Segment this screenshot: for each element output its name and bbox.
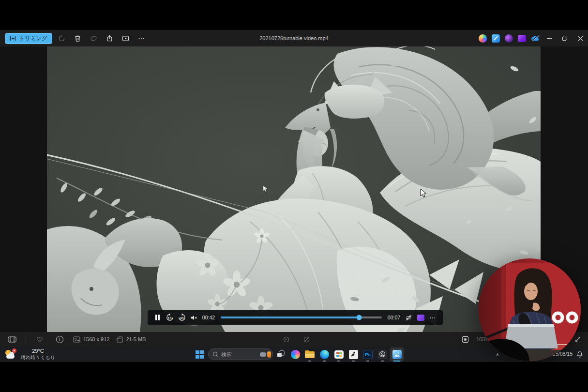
bell-icon [576,351,583,358]
task-view-icon [277,350,285,358]
taskbar-edge-button[interactable] [317,347,331,361]
search-icon [213,352,218,357]
share-button[interactable] [104,32,116,45]
more-icon: ⋯ [138,34,145,42]
trim-label: トリミング [19,35,47,42]
restore-icon [562,35,568,41]
running-indicator [323,361,326,362]
repeat-off-button[interactable] [403,312,415,323]
onedrive-shortcut-button[interactable] [528,32,542,45]
running-indicator [381,361,384,362]
taskbar-zbrush-button[interactable] [347,347,360,361]
edit-shortcut-button[interactable] [489,32,502,45]
running-indicator [366,361,369,362]
trash-icon [74,35,81,42]
chevron-up-icon: ∧ [496,352,499,357]
taskbar-camera-app-button[interactable] [376,347,389,361]
close-button[interactable] [573,30,588,46]
toolbar-left: トリミング [0,32,148,45]
zoom-actual-icon [283,336,290,343]
weather-widget[interactable]: 29°C 晴れ時々くもり [2,347,58,362]
webcam-feed [478,258,581,361]
window-title: 20210726turnable video.mp4 [259,35,329,41]
rotate-button[interactable] [56,32,68,45]
info-icon: ! [56,336,63,343]
copilot-shortcut-button[interactable] [502,32,515,45]
slideshow-button[interactable] [120,32,132,45]
clipchamp-icon-small [417,315,424,321]
fit-window-icon [462,336,469,343]
edit-in-clipchamp-button[interactable] [415,312,427,323]
filesize-value: 21.5 MB [126,336,146,342]
running-indicator [337,361,340,362]
clipchamp-shortcut-button[interactable] [515,32,528,45]
taskbar-photoshop-button[interactable]: Ps [361,347,375,361]
close-icon [578,36,583,41]
player-more-icon: ⋯ [429,314,437,321]
seek-bar[interactable] [221,317,382,318]
screen: トリミング [0,0,588,392]
photos-app-icon [392,350,402,359]
taskbar-photos-button[interactable] [390,347,404,361]
statusbar-center-tools [280,332,313,347]
pause-icon [155,315,160,320]
fit-to-window-button[interactable] [459,333,471,346]
filmstrip-icon [8,336,16,343]
taskbar-file-explorer-button[interactable] [303,347,317,361]
file-info-button[interactable]: ! [53,333,66,346]
minimize-button[interactable] [542,30,557,46]
camera-app-icon [378,350,387,359]
copilot-icon [505,34,513,43]
edit-icon [492,34,500,43]
taskbar-center: 検索 [192,347,404,361]
player-more-button[interactable]: ⋯ [427,312,439,323]
notification-button[interactable] [574,347,586,362]
repeat-off-icon [405,314,413,322]
task-view-button[interactable] [274,347,287,361]
trim-icon [10,35,16,42]
player-controls: 10 30 00:42 [148,310,443,325]
skip-back-10-button[interactable]: 10 [164,312,176,323]
skip-back-label: 10 [168,317,172,320]
seek-handle[interactable] [357,315,362,320]
weather-icon [5,348,17,360]
clipchamp-icon [518,35,526,42]
mute-icon [190,314,198,322]
skip-forward-30-button[interactable]: 30 [176,312,188,323]
weather-desc: 晴れ時々くもり [21,355,55,361]
file-explorer-icon [305,350,315,358]
more-options-button[interactable]: ⋯ [136,32,148,45]
onedrive-slash-icon [530,35,540,42]
markup-button[interactable] [88,32,100,45]
filmstrip-button[interactable] [6,333,18,346]
slideshow-icon [122,35,129,42]
maximize-button[interactable] [557,30,573,46]
zoom-fit-off-icon [303,336,310,343]
file-size: 21.5 MB [117,336,146,343]
letterbox-bottom [0,362,588,392]
filesize-icon [117,336,123,343]
zoom-actual-button[interactable] [280,333,292,346]
remaining-time: 00:07 [385,315,403,320]
rotate-icon [58,35,65,42]
taskbar-copilot-button[interactable] [288,347,302,361]
weather-text: 29°C 晴れ時々くもり [21,348,55,360]
favorite-button[interactable]: ♡ [33,333,46,346]
mute-button[interactable] [188,312,200,323]
taskbar-search[interactable]: 検索 [208,348,273,360]
copilot-taskbar-icon [291,350,300,359]
minimize-icon [547,38,552,39]
trim-button[interactable]: トリミング [5,33,52,44]
webcam-overlay [478,258,581,361]
start-button[interactable] [192,347,207,361]
zoom-fit-toggle-button[interactable] [300,333,313,346]
taskbar-store-button[interactable] [332,347,346,361]
dimensions-icon [73,336,80,343]
running-indicator [352,361,355,362]
designer-shortcut-button[interactable] [476,32,489,45]
delete-button[interactable] [72,32,84,45]
edge-icon [320,350,329,359]
statusbar-divider [26,336,26,343]
pause-button[interactable] [151,312,164,323]
video-frame[interactable]: 10 30 00:42 [47,46,541,332]
